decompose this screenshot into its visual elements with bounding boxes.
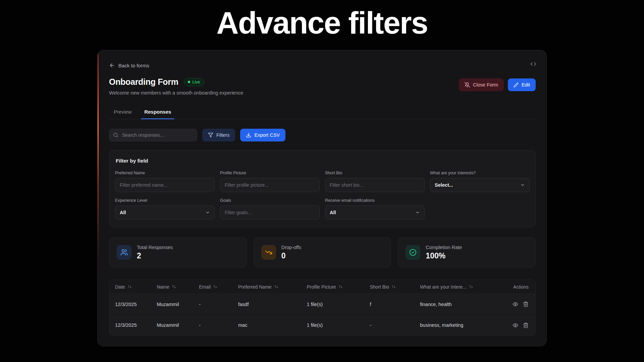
trending-down-icon — [261, 245, 276, 260]
search-input[interactable] — [109, 129, 197, 141]
search-icon — [113, 132, 118, 138]
column-label: Profile Picture — [307, 284, 336, 290]
filter-field-experience-level: Experience Level All — [115, 198, 215, 220]
preferred-name-filter-input[interactable] — [115, 178, 215, 192]
form-header: Onboarding Form Live Welcome new members… — [109, 77, 536, 96]
stat-value: 0 — [281, 251, 301, 260]
short-bio-filter-input[interactable] — [325, 178, 425, 192]
view-response-button[interactable] — [513, 301, 518, 307]
sort-icon — [338, 285, 343, 289]
trash-icon — [523, 322, 529, 328]
column-label: What are your intere... — [420, 284, 467, 290]
stat-value: 2 — [137, 251, 173, 260]
experience-level-select-value: All — [120, 210, 126, 215]
column-header-date[interactable]: Date — [109, 284, 151, 290]
field-label: Profile Picture — [220, 171, 320, 175]
cell-preferred-name: fasdf — [232, 302, 301, 307]
edit-button[interactable]: Edit — [508, 78, 536, 91]
live-dot-icon — [188, 81, 190, 83]
column-header-preferred-name[interactable]: Preferred Name — [232, 284, 301, 290]
experience-level-select[interactable]: All — [115, 205, 215, 220]
tab-responses[interactable]: Responses — [140, 106, 176, 119]
field-label: Receive email notifications — [325, 198, 425, 203]
form-subtitle: Welcome new members with a smooth onboar… — [109, 90, 243, 96]
filters-button[interactable]: Filters — [202, 129, 235, 141]
email-notifications-select-value: All — [330, 210, 336, 215]
filters-label: Filters — [216, 132, 229, 138]
chevron-down-icon — [415, 210, 420, 215]
arrow-left-icon — [109, 62, 115, 68]
table-row[interactable]: 12/3/2025 Muzammil - mac 1 file(s) - bus… — [109, 315, 535, 336]
sort-icon — [391, 285, 396, 289]
funnel-icon — [208, 132, 213, 138]
check-circle-icon — [406, 245, 420, 260]
responses-toolbar: Filters Export CSV — [109, 129, 536, 141]
column-header-name[interactable]: Name — [151, 284, 193, 290]
stat-card-total-responses: Total Responses 2 — [109, 237, 247, 267]
goals-filter-input[interactable] — [220, 205, 320, 220]
cell-actions — [495, 322, 535, 328]
column-header-actions: Actions — [495, 284, 535, 290]
cell-email: - — [193, 302, 232, 307]
users-icon — [117, 245, 131, 260]
filter-field-preferred-name: Preferred Name — [115, 171, 215, 192]
column-header-interests[interactable]: What are your intere... — [414, 284, 495, 290]
export-csv-button[interactable]: Export CSV — [240, 129, 285, 141]
filter-field-short-bio: Short Bio — [325, 171, 425, 192]
delete-response-button[interactable] — [523, 301, 529, 307]
column-label: Date — [115, 284, 125, 290]
close-form-label: Close Form — [473, 82, 498, 87]
field-label: Short Bio — [325, 171, 425, 175]
back-label: Back to forms — [118, 63, 149, 68]
tab-bar: Preview Responses — [109, 106, 536, 119]
filter-field-email-notifications: Receive email notifications All — [325, 198, 425, 220]
chevron-down-icon — [520, 183, 525, 187]
column-header-profile-picture[interactable]: Profile Picture — [301, 284, 364, 290]
embed-code-button[interactable] — [527, 58, 540, 70]
cell-short-bio: - — [364, 322, 414, 328]
responses-table: Date Name Email Preferred Name Profile P… — [109, 280, 536, 336]
code-icon — [530, 61, 536, 67]
profile-picture-filter-input[interactable] — [220, 178, 320, 192]
stat-value: 100% — [426, 251, 462, 260]
table-row[interactable]: 12/3/2025 Muzammil - fasdf 1 file(s) f f… — [109, 294, 535, 315]
chevron-down-icon — [205, 210, 210, 215]
trash-icon — [523, 301, 529, 307]
pencil-icon — [514, 82, 519, 87]
back-to-forms-link[interactable]: Back to forms — [109, 62, 149, 68]
tab-preview[interactable]: Preview — [109, 106, 136, 119]
column-label: Name — [157, 284, 169, 290]
eye-icon — [513, 301, 518, 307]
sort-icon — [213, 285, 217, 289]
cell-short-bio: f — [364, 302, 414, 307]
cell-interests: finance, health — [414, 302, 495, 307]
stat-label: Completion Rate — [426, 245, 462, 250]
column-header-short-bio[interactable]: Short Bio — [364, 284, 414, 290]
stat-card-drop-offs: Drop-offs 0 — [254, 237, 391, 267]
filter-by-field-panel: Filter by field Preferred Name Profile P… — [109, 150, 536, 227]
view-response-button[interactable] — [513, 322, 518, 328]
column-header-email[interactable]: Email — [193, 284, 232, 290]
export-csv-label: Export CSV — [254, 132, 280, 138]
filter-panel-title: Filter by field — [116, 158, 530, 164]
field-label: Experience Level — [115, 198, 215, 203]
stats-row: Total Responses 2 Drop-offs 0 Completion… — [109, 237, 536, 267]
email-notifications-select[interactable]: All — [325, 205, 425, 220]
close-form-button[interactable]: Close Form — [459, 78, 504, 91]
column-label: Short Bio — [370, 284, 389, 290]
cell-preferred-name: mac — [232, 322, 301, 328]
live-status-badge: Live — [184, 78, 204, 86]
column-label: Actions — [513, 284, 529, 290]
sort-icon — [172, 285, 176, 289]
cell-date: 12/3/2025 — [109, 322, 151, 328]
cell-interests: business, marketing — [414, 322, 495, 328]
interests-select[interactable]: Select... — [430, 178, 530, 192]
stat-card-completion-rate: Completion Rate 100% — [398, 237, 536, 267]
filter-field-interests: What are your interests? Select... — [430, 171, 530, 192]
field-label: Preferred Name — [115, 171, 215, 175]
field-label: Goals — [220, 198, 320, 203]
cell-actions — [495, 301, 535, 307]
sort-icon — [127, 285, 132, 289]
delete-response-button[interactable] — [523, 322, 529, 328]
edit-label: Edit — [522, 82, 530, 87]
